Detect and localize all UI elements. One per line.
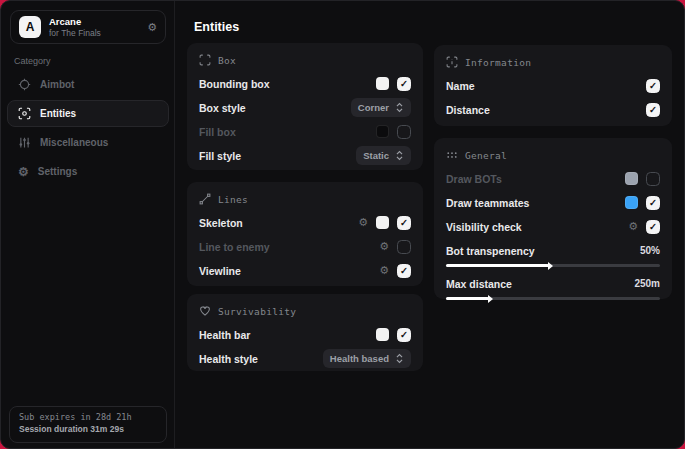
color-swatch[interactable] [625, 196, 638, 209]
sidebar-item-label: Entities [40, 108, 76, 119]
setting-row-name: Name [446, 78, 660, 93]
color-swatch[interactable] [625, 172, 638, 185]
chevrons-up-down-icon [395, 102, 404, 113]
dropdown-value: Static [363, 150, 389, 161]
chevrons-up-down-icon [395, 150, 404, 161]
survivability-section-card: Survivability Health bar Health style He… [187, 294, 423, 371]
box-section-card: Box Bounding box Box style Corner Fill b… [187, 43, 423, 170]
sub-expiry-text: Sub expires in 28d 21h [19, 412, 157, 422]
bot-transparency-slider-group: Bot transpenency 50% [446, 243, 660, 267]
max-distance-slider[interactable] [446, 297, 660, 300]
sidebar-item-settings[interactable]: ⚙ Settings [7, 158, 169, 185]
box-section-header: Box [199, 53, 411, 67]
checkbox[interactable] [397, 240, 411, 254]
color-swatch[interactable] [376, 77, 389, 90]
checkbox[interactable] [397, 216, 411, 230]
setting-label: Fill box [199, 126, 236, 138]
setting-label: Viewline [199, 265, 241, 277]
information-section-header: Information [446, 55, 660, 69]
information-section-card: Information Name Distance [434, 45, 672, 126]
checkbox[interactable] [646, 103, 660, 117]
sidebar-item-label: Miscellaneous [40, 137, 108, 148]
setting-row-fill-style: Fill style Static [199, 148, 411, 163]
setting-label: Visibility check [446, 221, 522, 233]
dropdown-value: Corner [358, 102, 389, 113]
setting-label: Line to enemy [199, 241, 270, 253]
fill-style-dropdown[interactable]: Static [356, 146, 411, 165]
info-scan-icon [446, 56, 458, 68]
setting-label: Health style [199, 353, 258, 365]
section-title: Lines [218, 194, 248, 205]
app-header-card: A Arcane for The Finals ⚙ [10, 10, 166, 44]
general-section-card: General Draw BOTs Draw teammates Visibil… [434, 138, 672, 299]
color-swatch[interactable] [376, 216, 389, 229]
setting-row-health-style: Health style Health based [199, 351, 411, 366]
checkbox[interactable] [646, 172, 660, 186]
section-title: Box [218, 55, 236, 66]
gear-icon: ⚙ [18, 166, 29, 178]
app-meta: Arcane for The Finals [49, 16, 139, 38]
heart-icon [199, 305, 211, 317]
slider-label: Max distance [446, 278, 512, 290]
sidebar-item-label: Settings [38, 166, 77, 177]
page-title: Entities [194, 20, 239, 34]
gear-icon[interactable]: ⚙ [628, 221, 638, 232]
setting-label: Name [446, 80, 475, 92]
setting-row-skeleton: Skeleton ⚙ [199, 215, 411, 230]
checkbox[interactable] [397, 328, 411, 342]
gear-icon[interactable]: ⚙ [147, 22, 157, 33]
setting-row-viewline: Viewline ⚙ [199, 263, 411, 278]
checkbox[interactable] [646, 79, 660, 93]
slider-fill [446, 297, 489, 300]
checkbox[interactable] [397, 77, 411, 91]
gear-icon[interactable]: ⚙ [379, 265, 389, 276]
sidebar-item-miscellaneous[interactable]: Miscellaneous [7, 129, 169, 156]
box-style-dropdown[interactable]: Corner [351, 98, 411, 117]
chevrons-up-down-icon [395, 353, 404, 364]
setting-row-health-bar: Health bar [199, 327, 411, 342]
setting-label: Draw teammates [446, 197, 529, 209]
sidebar-item-label: Aimbot [40, 79, 74, 90]
color-swatch[interactable] [376, 125, 389, 138]
section-title: Survivability [218, 306, 296, 317]
app-window: A Arcane for The Finals ⚙ Category Aimbo… [0, 0, 685, 449]
setting-label: Skeleton [199, 217, 243, 229]
app-title: Arcane [49, 16, 139, 27]
setting-label: Fill style [199, 150, 241, 162]
setting-row-distance: Distance [446, 102, 660, 117]
bot-transparency-slider[interactable] [446, 264, 660, 267]
box-brackets-icon [199, 54, 211, 66]
checkbox[interactable] [646, 196, 660, 210]
lines-section-header: Lines [199, 192, 411, 206]
sidebar: A Arcane for The Finals ⚙ Category Aimbo… [1, 1, 175, 448]
slider-value: 250m [634, 278, 660, 289]
lines-section-card: Lines Skeleton ⚙ Line to enemy ⚙ Viewlin… [187, 182, 423, 286]
section-title: Information [465, 57, 531, 68]
checkbox[interactable] [397, 125, 411, 139]
crosshair-icon [18, 78, 31, 91]
subscription-card: Sub expires in 28d 21h Session duration … [9, 406, 167, 443]
slider-fill [446, 264, 549, 267]
general-section-header: General [446, 148, 660, 162]
checkbox[interactable] [397, 264, 411, 278]
scan-eye-icon [18, 107, 31, 120]
sidebar-item-aimbot[interactable]: Aimbot [7, 71, 169, 98]
gear-icon[interactable]: ⚙ [379, 241, 389, 252]
health-style-dropdown[interactable]: Health based [323, 349, 411, 368]
survivability-section-header: Survivability [199, 304, 411, 318]
setting-row-draw-bots: Draw BOTs [446, 171, 660, 186]
setting-row-fill-box: Fill box [199, 124, 411, 139]
checkbox[interactable] [646, 220, 660, 234]
setting-row-visibility-check: Visibility check ⚙ [446, 219, 660, 234]
main-panel: Entities Box Bounding box Box style Corn… [176, 1, 684, 448]
dropdown-value: Health based [330, 353, 389, 364]
setting-label: Box style [199, 102, 246, 114]
gear-icon[interactable]: ⚙ [358, 217, 368, 228]
setting-label: Health bar [199, 329, 250, 341]
sidebar-item-entities[interactable]: Entities [7, 100, 169, 127]
setting-label: Bounding box [199, 78, 270, 90]
color-swatch[interactable] [376, 328, 389, 341]
setting-row-draw-teammates: Draw teammates [446, 195, 660, 210]
slider-label: Bot transpenency [446, 245, 535, 257]
max-distance-slider-group: Max distance 250m [446, 276, 660, 300]
